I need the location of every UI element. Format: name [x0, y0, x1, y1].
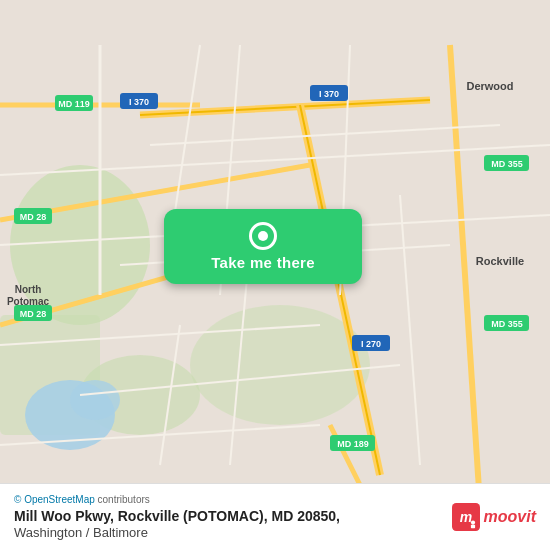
- moovit-logo-icon: m: [452, 503, 480, 531]
- osm-credit: © OpenStreetMap contributors: [14, 494, 442, 505]
- svg-text:MD 28: MD 28: [20, 309, 47, 319]
- svg-text:North: North: [15, 284, 42, 295]
- svg-text:I 370: I 370: [129, 97, 149, 107]
- svg-text:MD 119: MD 119: [58, 99, 90, 109]
- svg-text:Derwood: Derwood: [466, 80, 513, 92]
- svg-text:I 270: I 270: [361, 339, 381, 349]
- info-bar: © OpenStreetMap contributors Mill Woo Pk…: [0, 483, 550, 550]
- address-line: Mill Woo Pkwy, Rockville (POTOMAC), MD 2…: [14, 507, 442, 525]
- svg-point-6: [70, 380, 120, 420]
- take-me-there-label: Take me there: [211, 254, 315, 271]
- svg-text:MD 355: MD 355: [491, 159, 523, 169]
- info-text-block: © OpenStreetMap contributors Mill Woo Pk…: [14, 494, 442, 540]
- svg-text:Rockville: Rockville: [476, 255, 524, 267]
- location-pin-icon: [249, 222, 277, 250]
- svg-text:Potomac: Potomac: [7, 296, 50, 307]
- take-me-there-button[interactable]: Take me there: [164, 209, 362, 284]
- svg-text:MD 28: MD 28: [20, 212, 47, 222]
- svg-text:I 370: I 370: [319, 89, 339, 99]
- svg-text:MD 189: MD 189: [337, 439, 369, 449]
- svg-point-54: [470, 520, 474, 524]
- map-container: I 370 I 370 I 270 MD 119 MD 28 MD 28 MD …: [0, 0, 550, 550]
- moovit-logo: m moovit: [452, 503, 536, 531]
- svg-rect-55: [470, 525, 474, 529]
- city-line: Washington / Baltimore: [14, 525, 442, 540]
- svg-point-2: [190, 305, 370, 425]
- svg-text:MD 355: MD 355: [491, 319, 523, 329]
- moovit-brand-text: moovit: [484, 508, 536, 526]
- svg-text:m: m: [459, 509, 471, 525]
